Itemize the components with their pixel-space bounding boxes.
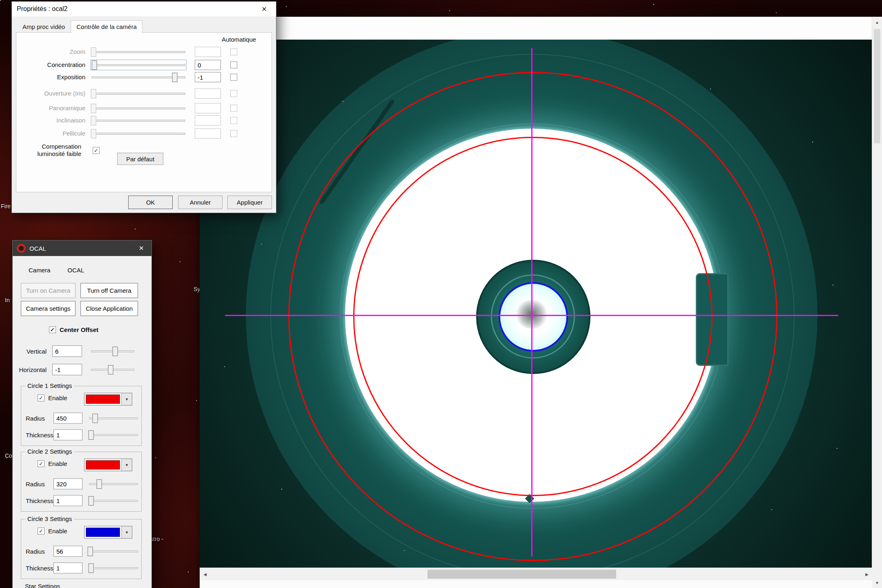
scroll-left-icon[interactable]: ◀ [200, 568, 210, 580]
vertical-scrollbar[interactable]: ▲ ▼ [872, 17, 882, 588]
close-application-button[interactable]: Close Application [80, 301, 138, 316]
enable-row: ✓ Enable ▼ [21, 459, 141, 471]
exposition-auto-checkbox[interactable] [230, 74, 237, 81]
slider-thumb[interactable] [97, 479, 102, 489]
exposition-value-field[interactable] [195, 72, 221, 82]
circle-2-thickness-slider[interactable] [88, 496, 139, 506]
horizontal-scrollbar[interactable]: ◀ ▶ [200, 568, 872, 580]
cancel-button[interactable]: Annuler [178, 196, 223, 209]
slider-thumb[interactable] [93, 414, 98, 423]
turn-on-camera-button[interactable]: Turn on Camera [21, 283, 76, 298]
default-button[interactable]: Par défaut [117, 153, 163, 165]
tab-controle-camera[interactable]: Contrôle de la caméra [71, 20, 143, 33]
circle-2-radius-slider[interactable] [88, 479, 139, 489]
center-offset-checkbox[interactable]: ✓ [49, 326, 56, 333]
slider-thumb[interactable] [91, 129, 96, 138]
circle-1-thickness-field[interactable] [53, 430, 82, 441]
panoramique-value-field[interactable] [195, 103, 221, 114]
slider-track [91, 107, 185, 109]
inclinaison-value-field[interactable] [195, 116, 221, 126]
scroll-up-icon[interactable]: ▲ [872, 17, 882, 27]
concentration-slider[interactable] [91, 60, 186, 70]
desktop-icon-label: Fire [1, 203, 11, 209]
vertical-offset-field[interactable] [52, 345, 82, 357]
dropdown-arrow-icon[interactable]: ▼ [121, 459, 132, 471]
exposition-slider[interactable] [91, 72, 186, 82]
slider-thumb[interactable] [89, 564, 94, 573]
circle-2-enable-checkbox[interactable]: ✓ [38, 460, 45, 467]
desktop-icon-label: In [5, 297, 10, 303]
dropdown-arrow-icon[interactable]: ▼ [121, 393, 132, 405]
slider-row-inclinaison: Inclinaison [16, 114, 272, 127]
concentration-auto-checkbox[interactable] [230, 62, 237, 69]
turn-off-camera-button[interactable]: Turn off Camera [80, 283, 138, 298]
close-icon[interactable]: ✕ [131, 241, 151, 256]
tab-ocal[interactable]: OCAL [67, 267, 84, 274]
slider-thumb[interactable] [112, 347, 118, 356]
horizontal-scrollbar-thumb[interactable] [428, 570, 616, 579]
scroll-right-icon[interactable]: ▶ [862, 568, 872, 580]
pellicule-auto-checkbox[interactable] [230, 130, 237, 137]
ouverture-auto-checkbox[interactable] [230, 90, 237, 97]
circle-1-color-select[interactable]: ▼ [84, 393, 132, 405]
row-label: Inclinaison [16, 114, 89, 127]
ouverture-slider[interactable] [91, 89, 186, 98]
camera-viewer-header [200, 17, 872, 40]
scroll-down-icon[interactable]: ▼ [872, 577, 882, 588]
close-icon[interactable]: ✕ [252, 2, 276, 16]
horizontal-offset-slider[interactable] [90, 365, 135, 374]
ok-button[interactable]: OK [128, 196, 173, 209]
dropdown-arrow-icon[interactable]: ▼ [121, 526, 132, 538]
vertical-offset-slider[interactable] [90, 346, 135, 356]
concentration-value-field[interactable] [195, 60, 221, 70]
slider-thumb[interactable] [108, 365, 113, 374]
zoom-auto-checkbox[interactable] [230, 49, 237, 56]
apply-button[interactable]: Appliquer [227, 196, 272, 209]
compensation-checkbox[interactable]: ✓ [93, 147, 100, 154]
dialog-title-bar[interactable]: Propriétés : ocal2 ✕ [12, 2, 276, 16]
horizontal-offset-field[interactable] [52, 364, 82, 375]
circle-1-radius-slider[interactable] [88, 413, 139, 423]
tab-amp-proc-video[interactable]: Amp proc vidéo [17, 20, 71, 33]
zoom-slider[interactable] [91, 47, 186, 57]
vertical-scrollbar-thumb[interactable] [874, 29, 880, 143]
circle-2-settings-group: Circle 2 Settings ✓ Enable ▼ Radius Thic… [21, 452, 142, 512]
slider-thumb[interactable] [91, 104, 96, 113]
slider-row-panoramique: Panoramique [16, 102, 272, 114]
zoom-value-field[interactable] [195, 47, 221, 57]
tab-camera[interactable]: Camera [29, 267, 50, 274]
pellicule-value-field[interactable] [195, 129, 221, 139]
circle-3-radius-field[interactable] [53, 546, 82, 557]
circle-3-enable-checkbox[interactable]: ✓ [38, 528, 45, 535]
desktop-icon-label: Co [5, 452, 12, 459]
slider-thumb[interactable] [92, 60, 97, 70]
ouverture-value-field[interactable] [195, 89, 221, 99]
slider-thumb[interactable] [89, 496, 94, 506]
radius-label: Radius [26, 546, 45, 557]
circle-1-enable-checkbox[interactable]: ✓ [38, 394, 45, 401]
ocal-title-bar[interactable]: OCAL ✕ [13, 241, 151, 256]
circle-1-thickness-slider[interactable] [88, 430, 139, 440]
circle-3-thickness-field[interactable] [53, 563, 82, 574]
circle-3-thickness-slider[interactable] [88, 563, 139, 573]
color-swatch [86, 528, 120, 537]
panoramique-auto-checkbox[interactable] [230, 105, 237, 112]
circle-3-color-select[interactable]: ▼ [84, 526, 132, 539]
circle-2-radius-field[interactable] [53, 479, 82, 490]
slider-thumb[interactable] [91, 116, 96, 125]
slider-thumb[interactable] [87, 547, 93, 556]
slider-thumb[interactable] [89, 430, 94, 440]
inclinaison-auto-checkbox[interactable] [230, 117, 237, 124]
slider-thumb[interactable] [91, 47, 96, 57]
circle-2-thickness-field[interactable] [53, 495, 82, 506]
circle-2-color-select[interactable]: ▼ [84, 459, 132, 471]
horizontal-label: Horizontal [13, 364, 51, 375]
slider-thumb[interactable] [172, 73, 177, 82]
camera-settings-button[interactable]: Camera settings [21, 301, 76, 316]
inclinaison-slider[interactable] [91, 116, 186, 125]
circle-3-radius-slider[interactable] [88, 546, 139, 556]
pellicule-slider[interactable] [91, 129, 186, 138]
panoramique-slider[interactable] [91, 103, 186, 113]
slider-thumb[interactable] [91, 89, 96, 98]
circle-1-radius-field[interactable] [53, 413, 82, 424]
